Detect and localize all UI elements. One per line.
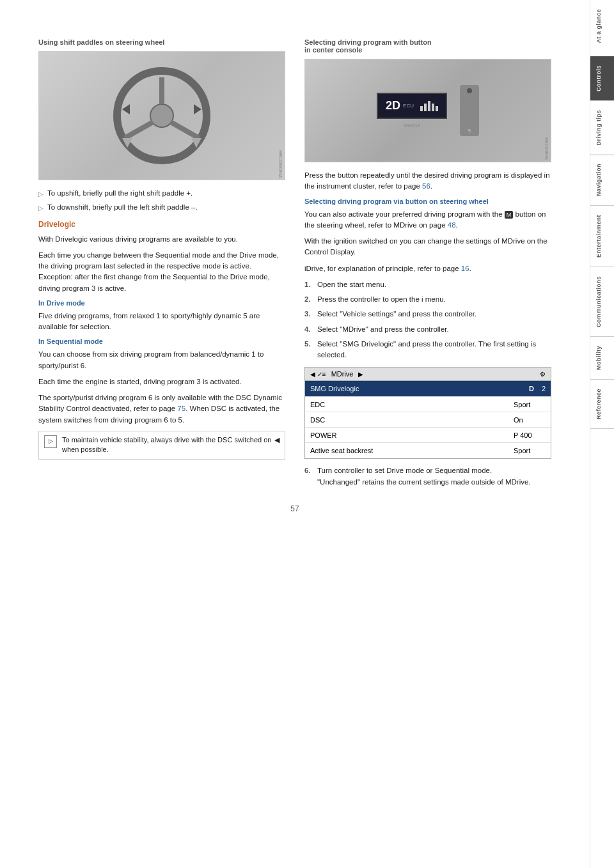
step-1: 1. Open the start menu. bbox=[304, 279, 551, 290]
page-ref-75[interactable]: 75 bbox=[177, 405, 185, 412]
right-column: Selecting driving program with button in… bbox=[304, 38, 551, 492]
svg-marker-5 bbox=[122, 104, 130, 114]
mdrive-header: ◀ ✓≡ MDrive ▶ ⚙ bbox=[305, 368, 551, 381]
note-text: To maintain vehicle stability, always dr… bbox=[62, 435, 274, 455]
step-6: 6. Turn controller to set Drive mode or … bbox=[304, 465, 551, 488]
drivelogic-title: Drivelogic bbox=[38, 220, 285, 229]
console-image-credit: REC039PA bbox=[544, 137, 549, 160]
note-box: ▷ To maintain vehicle stability, always … bbox=[38, 431, 285, 460]
in-sequential-title: In Sequential mode bbox=[38, 337, 285, 345]
in-sequential-body1: You can choose from six driving program … bbox=[38, 349, 285, 371]
left-column: Using shift paddles on steering wheel bbox=[38, 38, 285, 492]
shift-paddles-title: Using shift paddles on steering wheel bbox=[38, 38, 285, 46]
tab-reference[interactable]: Reference bbox=[590, 380, 615, 429]
mdrive-row-smg: SMG Drivelogic D 2 bbox=[305, 381, 551, 397]
tab-entertainment[interactable]: Entertainment bbox=[590, 206, 615, 267]
tab-mobility[interactable]: Mobility bbox=[590, 337, 615, 380]
step6-note: "Unchanged" retains the current settings… bbox=[317, 478, 531, 486]
select-steering-title: Selecting driving program via button on … bbox=[304, 198, 551, 205]
tab-controls[interactable]: Controls bbox=[590, 56, 615, 101]
bullet-downshift: ▷ To downshift, briefly pull the left sh… bbox=[38, 202, 285, 213]
step-5: 5. Select "SMG Drivelogic" and press the… bbox=[304, 339, 551, 361]
svg-line-3 bbox=[125, 122, 153, 138]
display-bars bbox=[420, 101, 438, 111]
note-icon: ▷ bbox=[44, 435, 57, 448]
in-sequential-body3: The sporty/purist driving program 6 is o… bbox=[38, 392, 285, 426]
mdrive-row-dsc: DSC On bbox=[305, 412, 551, 428]
console-display: 2D ECU bbox=[377, 93, 447, 119]
tab-driving-tips[interactable]: Driving tips bbox=[590, 101, 615, 155]
in-sequential-body2: Each time the engine is started, driving… bbox=[38, 376, 285, 387]
mdrive-icon: M bbox=[505, 211, 514, 219]
drivelogic-intro: With Drivelogic various driving programs… bbox=[38, 234, 285, 245]
tab-navigation[interactable]: Navigation bbox=[590, 155, 615, 206]
note-end-mark: ◀ bbox=[274, 435, 279, 445]
step-2: 2. Press the controller to open the i me… bbox=[304, 294, 551, 305]
side-tabs: At a glance Controls Driving tips Naviga… bbox=[590, 0, 614, 868]
idrive-ref: iDrive, for explanation of principle, re… bbox=[304, 263, 551, 274]
step-4: 4. Select "MDrive" and press the control… bbox=[304, 324, 551, 335]
step-3: 3. Select "Vehicle settings" and press t… bbox=[304, 309, 551, 320]
in-drive-title: In Drive mode bbox=[38, 299, 285, 307]
svg-line-4 bbox=[171, 122, 199, 138]
mdrive-row-power: POWER P 400 bbox=[305, 428, 551, 443]
steering-body1: You can also activate your preferred dri… bbox=[304, 209, 551, 231]
page-number: 57 bbox=[38, 504, 551, 526]
image-credit: HRC09669VA bbox=[278, 150, 283, 178]
gear-shift: S bbox=[460, 85, 479, 136]
page-ref-56[interactable]: 56 bbox=[422, 182, 430, 190]
steering-body2: With the ignition switched on you can ch… bbox=[304, 236, 551, 258]
svg-marker-6 bbox=[194, 104, 201, 114]
in-drive-body: Five driving programs, from relaxed 1 to… bbox=[38, 311, 285, 333]
select-button-title: Selecting driving program with button in… bbox=[304, 38, 551, 54]
mdrive-row-seat: Active seat backrest Sport bbox=[305, 443, 551, 458]
steering-wheel-svg bbox=[111, 65, 213, 167]
tab-communications[interactable]: Communications bbox=[590, 267, 615, 337]
mdrive-row-edc: EDC Sport bbox=[305, 397, 551, 412]
tab-at-a-glance[interactable]: At a glance bbox=[590, 0, 615, 56]
bullet-arrow-2: ▷ bbox=[38, 203, 43, 213]
press-body: Press the button repeatedly until the de… bbox=[304, 170, 551, 192]
bullet-arrow-1: ▷ bbox=[38, 189, 43, 199]
mdrive-table: ◀ ✓≡ MDrive ▶ ⚙ SMG Drivelogic D 2 EDC bbox=[304, 367, 551, 459]
steering-wheel-image: HRC09669VA bbox=[38, 51, 285, 180]
page-ref-48[interactable]: 48 bbox=[448, 221, 456, 229]
bullet-upshift: ▷ To upshift, briefly pull the right shi… bbox=[38, 188, 285, 199]
drivelogic-body1: Each time you change between the Sequent… bbox=[38, 250, 285, 294]
page-ref-16[interactable]: 16 bbox=[461, 265, 469, 272]
center-console-image: 2D ECU bbox=[304, 59, 551, 162]
